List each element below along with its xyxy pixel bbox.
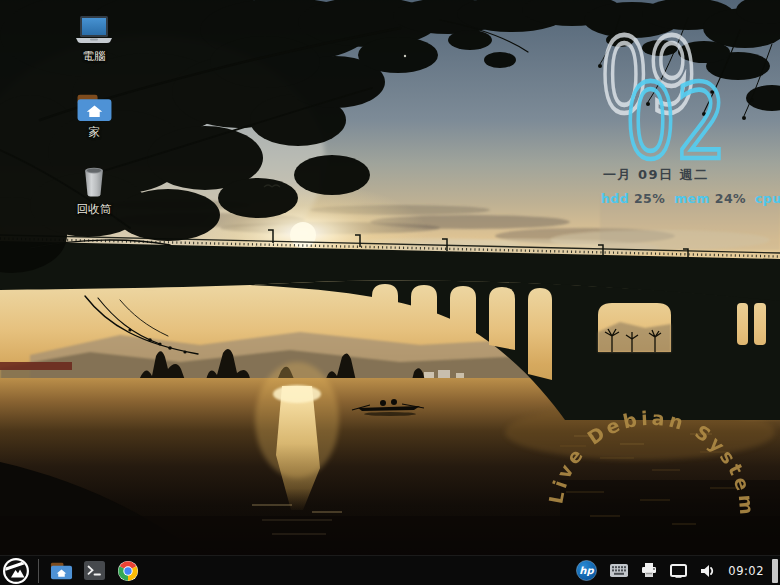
home-folder-icon (76, 92, 113, 122)
wallpaper-sunset-bridge: Live Debian System (0, 0, 780, 555)
desktop-icon-home-folder[interactable]: 家 (55, 92, 133, 139)
hp-device-tray-icon[interactable]: hp (576, 560, 597, 581)
keyboard-icon (610, 564, 628, 577)
computer-icon (74, 14, 114, 46)
desktop-icon-computer[interactable]: 電腦 (55, 14, 133, 63)
desktop-icon-label: 電腦 (83, 50, 106, 63)
file-manager-button[interactable] (50, 556, 73, 585)
terminal-icon (84, 561, 105, 580)
display-icon (670, 564, 687, 578)
hp-logo-icon: hp (576, 560, 597, 581)
distro-logo-icon (3, 558, 29, 584)
app-menu-button[interactable] (3, 556, 29, 585)
desktop-icon-label: 家 (88, 126, 100, 139)
taskbar-clock[interactable]: 09:02 (728, 564, 764, 578)
volume-tray-icon[interactable] (700, 564, 716, 578)
printer-icon (641, 563, 657, 578)
svg-text:hp: hp (580, 565, 595, 577)
trash-icon (80, 166, 108, 199)
desktop-icon-trash[interactable]: 回收筒 (55, 166, 133, 216)
taskbar: hp (0, 555, 780, 585)
terminal-button[interactable] (84, 556, 105, 585)
taskbar-separator (38, 559, 39, 583)
keyboard-layout-tray-icon[interactable] (610, 564, 628, 577)
speck (404, 55, 406, 57)
folder-icon (50, 561, 73, 580)
volume-icon (700, 564, 716, 578)
display-tray-icon[interactable] (670, 564, 687, 578)
chrome-button[interactable] (117, 556, 139, 585)
desktop-icon-label: 回收筒 (77, 203, 112, 216)
chrome-icon (117, 560, 139, 582)
sun (290, 222, 316, 248)
show-desktop-button[interactable] (772, 559, 778, 583)
printer-tray-icon[interactable] (641, 563, 657, 578)
desktop-screen: Live Debian System 電腦 家 (0, 0, 780, 585)
